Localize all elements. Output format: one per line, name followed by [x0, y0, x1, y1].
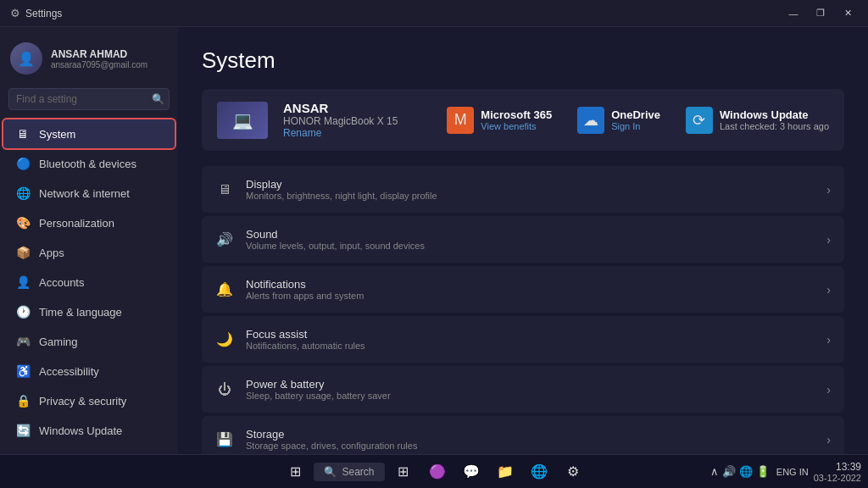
taskbar-search[interactable]: 🔍 Search — [314, 463, 384, 481]
sidebar-item-privacy[interactable]: 🔒 Privacy & security — [3, 386, 175, 415]
maximize-button[interactable]: ❐ — [810, 5, 831, 22]
user-name: ANSAR AHMAD — [51, 48, 147, 60]
explorer-button[interactable]: 📁 — [490, 457, 520, 487]
service-ms365[interactable]: M Microsoft 365 View benefits — [447, 107, 552, 134]
sidebar-label-time: Time & language — [39, 306, 122, 319]
settings-icon: ⚙ — [10, 7, 20, 19]
widgets-button[interactable]: 🟣 — [422, 457, 453, 487]
device-card: 💻 ANSAR HONOR MagicBook X 15 Rename M Mi… — [202, 89, 844, 151]
language-indicator[interactable]: ENG IN — [776, 467, 809, 477]
focus-title: Focus assist — [246, 328, 815, 341]
chevron-up-icon[interactable]: ∧ — [710, 465, 719, 478]
app-body: 👤 ANSAR AHMAD ansaraa7095@gmail.com 🔍 🖥 … — [0, 27, 868, 454]
user-profile[interactable]: 👤 ANSAR AHMAD ansaraa7095@gmail.com — [0, 34, 178, 86]
notifications-title: Notifications — [246, 278, 815, 291]
sidebar-label-network: Network & internet — [39, 187, 130, 200]
settings-taskbar-button[interactable]: ⚙ — [558, 457, 588, 487]
avatar: 👤 — [10, 42, 42, 75]
setting-power[interactable]: ⏻ Power & battery Sleep, battery usage, … — [202, 366, 844, 413]
system-icon: 🖥 — [15, 126, 31, 141]
display-arrow-icon: › — [826, 183, 831, 197]
taskbar-search-label: Search — [342, 466, 374, 478]
winupdate-text: Windows Update Last checked: 3 hours ago — [720, 108, 829, 131]
device-info: ANSAR HONOR MagicBook X 15 Rename — [283, 101, 398, 139]
clock-time: 13:39 — [814, 461, 861, 473]
search-input[interactable] — [8, 88, 170, 110]
sidebar-item-personalization[interactable]: 🎨 Personalization — [3, 208, 175, 237]
sidebar-item-gaming[interactable]: 🎮 Gaming — [3, 327, 175, 356]
notifications-desc: Alerts from apps and system — [246, 291, 815, 301]
service-onedrive[interactable]: ☁ OneDrive Sign In — [577, 107, 660, 134]
network-icon: 🌐 — [15, 186, 31, 201]
sidebar-item-apps[interactable]: 📦 Apps — [3, 238, 175, 267]
sidebar-item-update[interactable]: 🔄 Windows Update — [3, 416, 175, 445]
focus-desc: Notifications, automatic rules — [246, 341, 815, 351]
clock-area[interactable]: 13:39 03-12-2022 — [814, 461, 861, 483]
display-desc: Monitors, brightness, night light, displ… — [246, 191, 815, 201]
focus-arrow-icon: › — [826, 333, 831, 347]
setting-notifications[interactable]: 🔔 Notifications Alerts from apps and sys… — [202, 266, 844, 313]
notifications-arrow-icon: › — [826, 283, 831, 297]
power-title: Power & battery — [246, 378, 815, 391]
main-content: System 💻 ANSAR HONOR MagicBook X 15 Rena… — [178, 27, 868, 454]
sound-title: Sound — [246, 228, 815, 241]
taskbar-center: ⊞ 🔍 Search ⊞ 🟣 💬 📁 🌐 ⚙ — [280, 457, 587, 487]
close-button[interactable]: ✕ — [837, 5, 858, 22]
device-name: ANSAR — [283, 101, 398, 115]
power-icon: ⏻ — [215, 380, 234, 399]
minimize-button[interactable]: — — [783, 5, 804, 22]
sidebar-label-accessibility: Accessibility — [39, 365, 99, 378]
bluetooth-icon: 🔵 — [15, 156, 31, 171]
ms365-sub: View benefits — [481, 121, 552, 131]
sidebar-label-system: System — [39, 128, 75, 141]
taskbar: ⊞ 🔍 Search ⊞ 🟣 💬 📁 🌐 ⚙ ∧ 🔊 🌐 🔋 ENG IN 13… — [0, 454, 868, 488]
power-desc: Sleep, battery usage, battery saver — [246, 391, 815, 401]
nav-list: 🖥 System 🔵 Bluetooth & devices 🌐 Network… — [0, 119, 178, 446]
search-box[interactable]: 🔍 — [8, 88, 170, 110]
speaker-icon[interactable]: 🔊 — [722, 465, 736, 478]
winupdate-icon: ⟳ — [686, 107, 713, 134]
sound-desc: Volume levels, output, input, sound devi… — [246, 241, 815, 251]
sidebar-item-accessibility[interactable]: ♿ Accessibility — [3, 357, 175, 385]
battery-icon[interactable]: 🔋 — [756, 465, 770, 478]
setting-display[interactable]: 🖥 Display Monitors, brightness, night li… — [202, 166, 844, 213]
service-winupdate[interactable]: ⟳ Windows Update Last checked: 3 hours a… — [686, 107, 829, 134]
notifications-icon: 🔔 — [215, 280, 234, 299]
sidebar: 👤 ANSAR AHMAD ansaraa7095@gmail.com 🔍 🖥 … — [0, 27, 178, 454]
sidebar-label-personalization: Personalization — [39, 217, 114, 230]
start-button[interactable]: ⊞ — [280, 457, 310, 487]
network-icon[interactable]: 🌐 — [739, 465, 753, 478]
sidebar-item-system[interactable]: 🖥 System — [3, 119, 175, 148]
user-info: ANSAR AHMAD ansaraa7095@gmail.com — [51, 48, 147, 69]
device-rename-link[interactable]: Rename — [283, 127, 398, 139]
taskbar-right: ∧ 🔊 🌐 🔋 ENG IN 13:39 03-12-2022 — [710, 461, 861, 483]
storage-title: Storage — [246, 428, 815, 441]
window-controls: — ❐ ✕ — [783, 5, 858, 22]
sidebar-item-time[interactable]: 🕐 Time & language — [3, 297, 175, 326]
setting-focus[interactable]: 🌙 Focus assist Notifications, automatic … — [202, 316, 844, 363]
power-text: Power & battery Sleep, battery usage, ba… — [246, 378, 815, 401]
storage-text: Storage Storage space, drives, configura… — [246, 428, 815, 451]
storage-desc: Storage space, drives, configuration rul… — [246, 441, 815, 451]
update-icon: 🔄 — [15, 423, 31, 438]
setting-sound[interactable]: 🔊 Sound Volume levels, output, input, so… — [202, 216, 844, 263]
settings-list: 🖥 Display Monitors, brightness, night li… — [202, 166, 844, 454]
ms365-text: Microsoft 365 View benefits — [481, 108, 552, 131]
titlebar: ⚙ Settings — ❐ ✕ — [0, 0, 868, 27]
system-tray: ∧ 🔊 🌐 🔋 ENG IN — [710, 465, 809, 478]
clock-date: 03-12-2022 — [814, 473, 861, 483]
display-title: Display — [246, 178, 815, 191]
setting-storage[interactable]: 💾 Storage Storage space, drives, configu… — [202, 416, 844, 454]
display-text: Display Monitors, brightness, night ligh… — [246, 178, 815, 201]
chat-button[interactable]: 💬 — [456, 457, 487, 487]
sidebar-item-bluetooth[interactable]: 🔵 Bluetooth & devices — [3, 149, 175, 178]
titlebar-title: Settings — [25, 8, 62, 19]
edge-button[interactable]: 🌐 — [524, 457, 554, 487]
taskview-button[interactable]: ⊞ — [388, 457, 419, 487]
sidebar-item-accounts[interactable]: 👤 Accounts — [3, 268, 175, 297]
sidebar-label-accounts: Accounts — [39, 276, 84, 289]
storage-arrow-icon: › — [826, 433, 831, 446]
sidebar-item-network[interactable]: 🌐 Network & internet — [3, 179, 175, 208]
sidebar-label-apps: Apps — [39, 247, 64, 259]
focus-text: Focus assist Notifications, automatic ru… — [246, 328, 815, 351]
